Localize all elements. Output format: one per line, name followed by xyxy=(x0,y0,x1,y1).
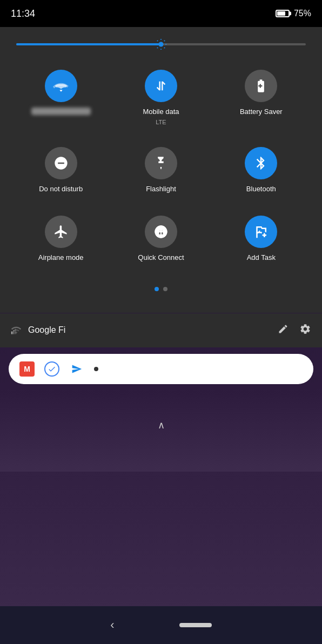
svg-rect-12 xyxy=(13,330,15,334)
page-dot-1 xyxy=(155,287,159,291)
wifi-name xyxy=(31,108,91,115)
tile-airplane-mode[interactable]: Airplane mode xyxy=(11,207,111,271)
brightness-fill xyxy=(16,43,161,45)
brightness-slider[interactable] xyxy=(16,43,306,45)
flashlight-circle xyxy=(145,147,177,179)
back-button[interactable]: ‹ xyxy=(110,618,114,632)
bottom-area: ∧ xyxy=(0,391,322,472)
edit-icon[interactable] xyxy=(278,324,289,337)
status-right: 75% xyxy=(276,9,311,18)
tile-battery-saver[interactable]: Battery Saver xyxy=(211,62,311,133)
network-name: Google Fi xyxy=(28,325,271,335)
airplane-icon xyxy=(53,224,69,239)
dnd-label: Do not disturb xyxy=(39,185,83,194)
page-indicators xyxy=(11,276,311,297)
status-bar: 11:34 75% xyxy=(0,0,322,27)
svg-line-3 xyxy=(157,41,158,41)
settings-icon[interactable] xyxy=(299,323,311,338)
svg-rect-11 xyxy=(11,332,13,334)
battery-saver-label: Battery Saver xyxy=(240,108,283,117)
send-arrow-icon xyxy=(71,364,82,374)
bluetooth-label: Bluetooth xyxy=(246,185,276,194)
airplane-label: Airplane mode xyxy=(38,253,84,263)
mobile-data-sublabel: LTE xyxy=(156,119,166,125)
check-icon xyxy=(48,365,56,373)
add-task-circle xyxy=(245,216,277,248)
tile-mobile-data[interactable]: Mobile data LTE xyxy=(111,62,211,133)
quick-connect-icon xyxy=(153,224,169,239)
svg-rect-13 xyxy=(15,329,17,334)
quick-settings-panel: Mobile data LTE Battery Saver Do not dis… xyxy=(0,27,322,313)
send-icon[interactable] xyxy=(69,361,84,377)
wifi-circle xyxy=(45,70,77,102)
battery-text: 75% xyxy=(294,9,311,18)
page-dot-2 xyxy=(163,287,167,291)
brightness-thumb xyxy=(153,36,169,52)
tile-add-task[interactable]: Add Task xyxy=(211,207,311,271)
app-dot xyxy=(94,367,98,371)
add-task-icon xyxy=(253,224,269,240)
tasks-icon[interactable] xyxy=(44,361,59,377)
svg-line-7 xyxy=(157,48,158,48)
tile-quick-connect[interactable]: Quick Connect xyxy=(111,207,211,271)
nav-bar: ‹ xyxy=(0,606,322,644)
brightness-row[interactable] xyxy=(11,38,311,56)
tile-dnd[interactable]: Do not disturb xyxy=(11,139,111,202)
pencil-icon xyxy=(278,324,289,334)
dnd-circle xyxy=(45,147,77,179)
mobile-data-label: Mobile data xyxy=(143,108,179,117)
svg-line-8 xyxy=(164,41,165,41)
signal-icon xyxy=(11,325,22,336)
flashlight-label: Flashlight xyxy=(146,185,176,194)
home-pill[interactable] xyxy=(179,623,212,627)
tile-flashlight[interactable]: Flashlight xyxy=(111,139,211,202)
mobile-data-circle xyxy=(145,70,177,102)
flashlight-icon xyxy=(153,156,169,171)
network-actions xyxy=(278,323,311,338)
battery-icon xyxy=(276,10,290,17)
quick-connect-circle xyxy=(145,216,177,248)
tile-bluetooth[interactable]: Bluetooth xyxy=(211,139,311,202)
gmail-icon[interactable]: M xyxy=(19,361,35,377)
tiles-grid: Mobile data LTE Battery Saver Do not dis… xyxy=(11,56,311,276)
svg-line-4 xyxy=(164,48,165,48)
network-row: Google Fi xyxy=(0,313,322,347)
battery-fill xyxy=(277,11,285,16)
battery-saver-circle xyxy=(245,70,277,102)
gear-icon xyxy=(299,323,311,335)
add-task-label: Add Task xyxy=(247,253,276,263)
status-time: 11:34 xyxy=(11,8,35,19)
mobile-data-icon xyxy=(153,78,169,93)
battery-body xyxy=(276,10,290,17)
brightness-icon xyxy=(155,38,167,50)
airplane-circle xyxy=(45,216,77,248)
wifi-icon xyxy=(52,77,70,95)
bluetooth-icon xyxy=(253,156,269,171)
svg-point-0 xyxy=(158,42,163,46)
bluetooth-circle xyxy=(245,147,277,179)
tile-wifi[interactable] xyxy=(11,62,111,133)
up-hint: ∧ xyxy=(158,419,165,431)
battery-saver-icon xyxy=(253,78,269,93)
app-shortcuts-bar: M xyxy=(9,354,313,384)
quick-connect-label: Quick Connect xyxy=(138,253,184,263)
dnd-icon xyxy=(53,156,69,171)
